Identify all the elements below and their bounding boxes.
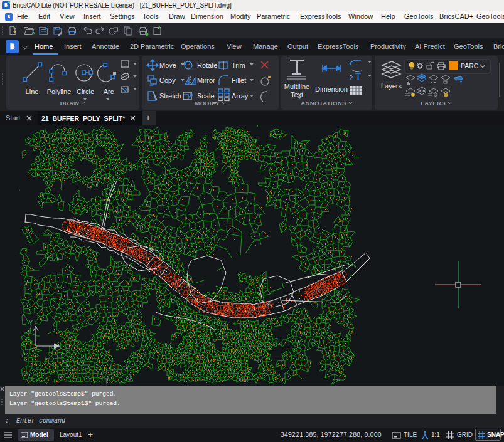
svg-text:Y: Y — [29, 320, 33, 327]
